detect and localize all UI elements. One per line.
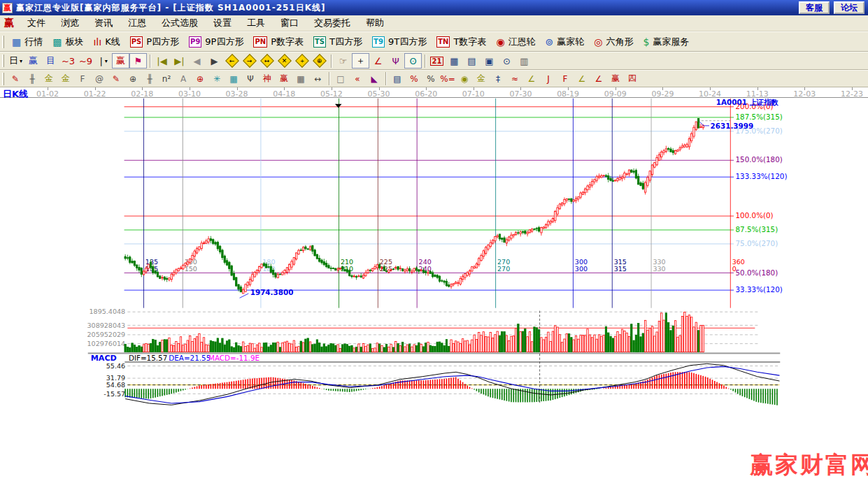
winner-wheel-button[interactable]: ⊚赢家轮 — [541, 34, 590, 50]
printer-button[interactable]: ▥ — [515, 53, 533, 69]
hexagon-button[interactable]: ◎六角形 — [589, 34, 638, 50]
f-tool-icon[interactable]: F — [74, 71, 91, 86]
menu-设置[interactable]: 设置 — [206, 15, 239, 31]
volume-bar — [506, 336, 507, 352]
t9-square-button[interactable]: T99T四方形 — [367, 34, 432, 50]
winner-red-button[interactable]: 赢 — [112, 53, 129, 69]
box-tool-icon[interactable]: □ — [332, 71, 349, 86]
scale-list-icon[interactable]: ▤ — [389, 71, 406, 86]
percent-lines-icon[interactable]: %= — [439, 71, 456, 86]
gold-angle2-icon[interactable]: ∠ — [574, 71, 590, 86]
t-square-button[interactable]: TST四方形 — [308, 34, 367, 50]
info-list-button[interactable]: 目 — [42, 53, 59, 69]
wave-channel-icon[interactable]: ≈ — [506, 71, 523, 86]
gold-angle-icon[interactable]: ∠ — [523, 71, 540, 86]
gann-both-diamond-button[interactable]: ↔ — [258, 53, 276, 69]
next-bar-button[interactable]: ▶ — [206, 53, 223, 69]
volume-bar — [358, 344, 360, 352]
shen-tool-icon[interactable]: 神 — [259, 71, 276, 86]
t-number-button[interactable]: TNT数字表 — [432, 34, 491, 50]
percent-angle-icon[interactable]: % — [406, 71, 422, 86]
menu-工具[interactable]: 工具 — [239, 15, 273, 31]
gann-right-diamond-button[interactable]: → — [241, 53, 258, 69]
gold-grid2-icon[interactable]: 金 — [57, 71, 74, 86]
comb-grid-icon[interactable]: ╫ — [141, 71, 158, 86]
target-line-icon[interactable]: ⊕ — [192, 71, 208, 86]
calendar-button[interactable]: 21 — [428, 53, 446, 69]
window-layout-button[interactable]: 日▾ — [7, 53, 24, 69]
forum-button[interactable]: 论坛 — [834, 1, 865, 14]
gann-plus-diamond-button[interactable]: ＋ — [293, 53, 311, 69]
percent-icon[interactable]: % — [422, 71, 439, 86]
wave3-button[interactable]: ~3 — [59, 53, 77, 69]
p-square-button[interactable]: PSP四方形 — [125, 34, 184, 50]
prev-bar-button[interactable]: ◀ — [188, 53, 206, 69]
gann-wheel-button[interactable]: ◉江恩轮 — [491, 34, 540, 50]
volume-flag-button[interactable]: ⚑ — [129, 53, 147, 69]
winner-outline-button[interactable]: 赢 — [24, 53, 42, 69]
customer-service-button[interactable]: 客服 — [799, 1, 830, 14]
save-button[interactable]: ▣ — [481, 53, 498, 69]
menu-文件[interactable]: 文件 — [20, 15, 53, 31]
gold-grid-icon[interactable]: 金 — [41, 71, 57, 86]
spiral-icon[interactable]: @ — [91, 71, 108, 86]
brain-tool-button[interactable]: ʘ — [404, 53, 422, 69]
winner-service-button[interactable]: $赢家服务 — [639, 34, 695, 50]
fan-icon[interactable]: ◣ — [366, 71, 383, 86]
gold-lines-icon[interactable]: 金 — [473, 71, 490, 86]
kline-chart-svg[interactable]: 200.0%(0)187.5%(315)175.0%(270)150.0%(18… — [0, 98, 868, 483]
rays-icon[interactable]: « — [349, 71, 366, 86]
draw-pen-icon[interactable]: ✎ — [7, 71, 24, 86]
angle-measure-button[interactable]: ∠ — [369, 53, 387, 69]
gann-shape-button[interactable]: Ψ — [387, 53, 404, 69]
candle-body — [543, 227, 544, 229]
chart-area[interactable]: 200.0%(0)187.5%(315)175.0%(270)150.0%(18… — [0, 98, 868, 483]
world-clock-button[interactable]: ⊙ — [498, 53, 515, 69]
star-web-icon[interactable]: ✳ — [208, 71, 225, 86]
candle-body — [525, 231, 526, 233]
candle-body — [213, 240, 214, 244]
wave9-button[interactable]: ~9 — [77, 53, 94, 69]
web-grid-icon[interactable]: ▦ — [225, 71, 242, 86]
menu-浏览[interactable]: 浏览 — [53, 15, 87, 31]
speed-angle-icon[interactable]: ∠ — [590, 71, 607, 86]
gann-expand-diamond-button[interactable]: ⊕ — [311, 53, 328, 69]
kline-button[interactable]: ılıK线 — [88, 34, 124, 50]
calculator-button[interactable]: ▦ — [446, 53, 463, 69]
pitchfork-icon[interactable]: Ψ — [242, 71, 259, 86]
menu-公式选股[interactable]: 公式选股 — [154, 15, 206, 31]
notepad-button[interactable]: ▤ — [463, 53, 481, 69]
win-tool-icon[interactable]: 赢 — [276, 71, 292, 86]
win-angle-icon[interactable]: 赢 — [607, 71, 624, 86]
menu-帮助[interactable]: 帮助 — [358, 15, 392, 31]
p-number-button[interactable]: PNP数字表 — [248, 34, 308, 50]
first-bar-button[interactable]: |◀ — [153, 53, 171, 69]
menu-窗口[interactable]: 窗口 — [273, 15, 306, 31]
candle-style-button[interactable]: ∣▾ — [94, 53, 112, 69]
four-angle-icon[interactable]: 四 — [624, 71, 641, 86]
menu-江恩[interactable]: 江恩 — [120, 15, 154, 31]
pen-flag-icon[interactable]: ✎ — [108, 71, 124, 86]
quote-button[interactable]: ▦行情 — [7, 34, 48, 50]
last-bar-button[interactable]: ▶| — [171, 53, 188, 69]
p9-square-button[interactable]: P99P四方形 — [184, 34, 248, 50]
volume-bar — [245, 346, 246, 352]
hand-tool-button[interactable]: ☞ — [334, 53, 352, 69]
n-squared-icon[interactable]: n² — [158, 71, 175, 86]
menu-资讯[interactable]: 资讯 — [87, 15, 120, 31]
f-angle-icon[interactable]: F — [557, 71, 574, 86]
menu-交易委托[interactable]: 交易委托 — [306, 15, 358, 31]
clock-cycle-icon[interactable]: ⊕ — [124, 71, 141, 86]
candle-body — [201, 243, 202, 249]
tick-grid-icon[interactable]: ╫ — [24, 71, 41, 86]
a-line-icon[interactable]: A — [175, 71, 192, 86]
crosshair-tool-button[interactable]: ＋ — [352, 53, 369, 69]
hspan-icon[interactable]: ↔ — [309, 71, 326, 86]
gann-cross-diamond-button[interactable]: ✕ — [276, 53, 293, 69]
sector-button[interactable]: ▩板块 — [48, 34, 88, 50]
dense-grid-icon[interactable]: ▦ — [292, 71, 309, 86]
j-angle-icon[interactable]: J — [540, 71, 557, 86]
gann-left-diamond-button[interactable]: ← — [223, 53, 241, 69]
ink-note-icon[interactable]: ‡ — [490, 71, 506, 86]
gold-circle-icon[interactable]: ◉ — [456, 71, 473, 86]
